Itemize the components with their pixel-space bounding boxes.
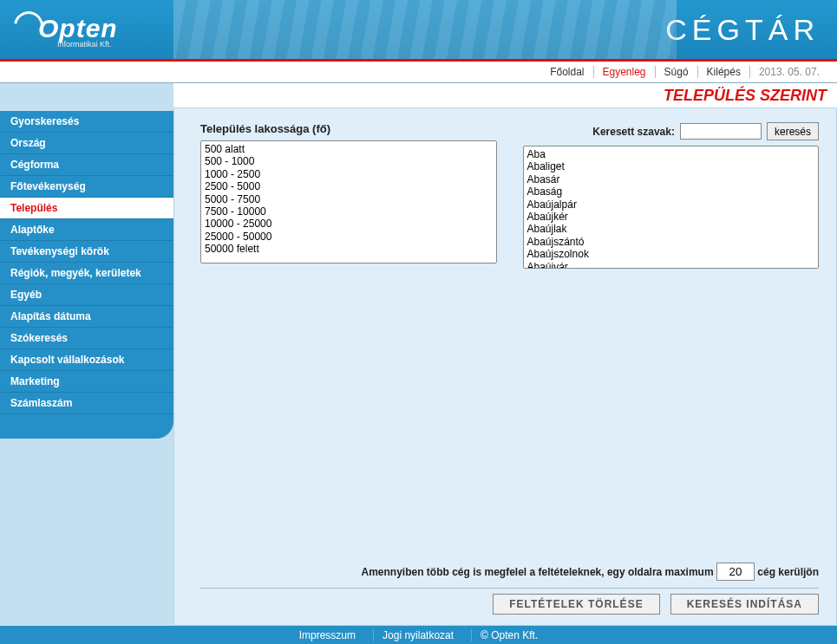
population-option[interactable]: 500 alatt [203, 143, 494, 155]
footer-legal[interactable]: Jogi nyilatkozat [373, 629, 462, 641]
population-option[interactable]: 50000 felett [203, 243, 494, 255]
nav-logout[interactable]: Kilépés [697, 66, 749, 78]
sidebar-item-tev-kenys-gi-k-r-k[interactable]: Tevékenységi körök [0, 241, 173, 263]
footer-imprint[interactable]: Impresszum [291, 629, 364, 641]
population-option[interactable]: 1000 - 2500 [203, 168, 494, 180]
settlement-option[interactable]: Abaújvár [526, 261, 817, 269]
nav-home[interactable]: Főoldal [541, 66, 592, 78]
start-search-button[interactable]: KERESÉS INDÍTÁSA [670, 594, 819, 615]
population-heading: Település lakossága (fő) [200, 122, 497, 135]
settlement-option[interactable]: Abasár [526, 173, 817, 185]
limit-text-before: Amennyiben több cég is megfelel a feltét… [361, 566, 713, 578]
settlement-option[interactable]: Abaság [526, 185, 817, 198]
header-decor [173, 0, 677, 59]
header: Opten Informatikai Kft. CÉGTÁR [0, 0, 837, 59]
sidebar-item-r-gi-k-megy-k-ker-letek[interactable]: Régiók, megyék, kerületek [0, 263, 173, 284]
population-option[interactable]: 2500 - 5000 [203, 180, 494, 192]
settlement-option[interactable]: Abaújkér [526, 211, 817, 223]
settlement-option[interactable]: Abaújszántó [526, 236, 817, 248]
settlement-option[interactable]: Abaújlak [526, 223, 817, 235]
footer: Impresszum Jogi nyilatkozat © Opten Kft. [0, 626, 837, 644]
clear-button[interactable]: FELTÉTELEK TÖRLÉSE [493, 594, 659, 615]
sidebar-item-f-tev-kenys-g[interactable]: Főtevékenység [0, 176, 173, 198]
nav-date: 2013. 05. 07. [749, 66, 828, 78]
settlement-option[interactable]: Abaújalpár [526, 198, 817, 211]
sidebar-item-alapt-ke[interactable]: Alaptőke [0, 219, 173, 241]
population-listbox[interactable]: 500 alatt500 - 10001000 - 25002500 - 500… [200, 140, 497, 263]
logo-subtitle: Informatikai Kft. [57, 40, 118, 49]
sidebar-item-kapcsolt-v-llalkoz-sok[interactable]: Kapcsolt vállalkozások [0, 349, 173, 371]
top-nav: Főoldal Egyenleg Súgó Kilépés 2013. 05. … [0, 62, 837, 83]
sidebar-item-gyorskeres-s[interactable]: Gyorskeresés [0, 111, 173, 133]
logo: Opten Informatikai Kft. [0, 11, 118, 49]
sidebar-item-egy-b[interactable]: Egyéb [0, 284, 173, 306]
sidebar-item-sz-mlasz-m[interactable]: Számlaszám [0, 393, 173, 414]
sidebar-item-telep-l-s[interactable]: Település [0, 198, 173, 219]
nav-help[interactable]: Súgó [655, 66, 697, 78]
limit-input[interactable] [716, 563, 755, 581]
sidebar-item-alap-t-s-d-tuma[interactable]: Alapítás dátuma [0, 306, 173, 328]
population-option[interactable]: 7500 - 10000 [203, 205, 494, 218]
limit-line: Amennyiben több cég is megfelel a feltét… [200, 563, 819, 581]
sidebar-item-c-gforma[interactable]: Cégforma [0, 154, 173, 176]
sidebar-item-orsz-g[interactable]: Ország [0, 133, 173, 154]
app-title: CÉGTÁR [665, 13, 820, 47]
footer-copy: © Opten Kft. [471, 629, 546, 641]
sidebar-item-sz-keres-s[interactable]: Szókeresés [0, 328, 173, 349]
population-option[interactable]: 500 - 1000 [203, 155, 494, 167]
search-input[interactable] [680, 123, 762, 140]
sidebar-bottom-cap [0, 414, 173, 439]
search-label: Keresett szavak: [592, 126, 675, 138]
nav-balance[interactable]: Egyenleg [593, 66, 655, 78]
settlement-option[interactable]: Aba [526, 148, 817, 160]
search-button[interactable]: keresés [767, 122, 819, 140]
settlement-option[interactable]: Abaújszolnok [526, 248, 817, 260]
limit-text-after: cég kerüljön [757, 566, 819, 578]
main: TELEPÜLÉS SZERINT Település lakossága (f… [173, 83, 837, 626]
sidebar-item-marketing[interactable]: Marketing [0, 371, 173, 393]
logo-brand: Opten [38, 14, 118, 42]
page-title: TELEPÜLÉS SZERINT [173, 83, 837, 108]
population-option[interactable]: 5000 - 7500 [203, 193, 494, 205]
settlement-option[interactable]: Abaliget [526, 160, 817, 172]
sidebar: GyorskeresésOrszágCégformaFőtevékenységT… [0, 83, 173, 626]
settlement-listbox[interactable]: AbaAbaligetAbasárAbaságAbaújalpárAbaújké… [523, 146, 820, 269]
population-option[interactable]: 25000 - 50000 [203, 231, 494, 243]
population-option[interactable]: 10000 - 25000 [203, 218, 494, 230]
content: Település lakossága (fő) 500 alatt500 - … [173, 108, 837, 626]
